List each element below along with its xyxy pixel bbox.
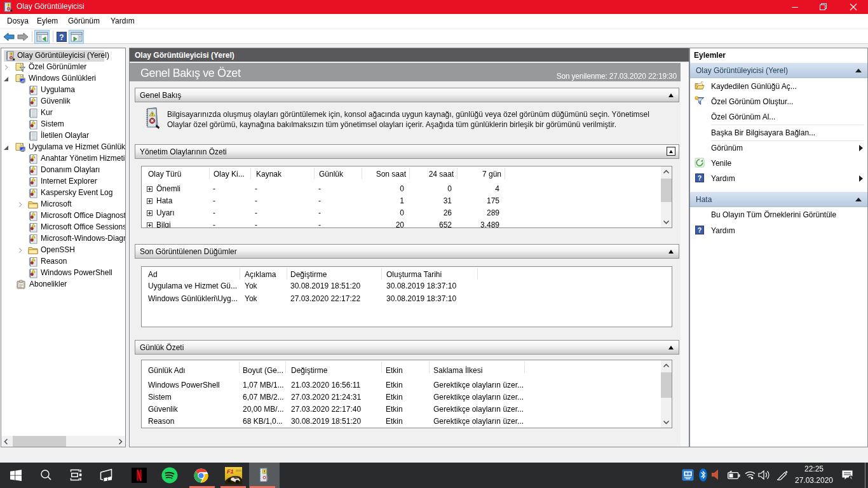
svg-text:?: ? [59,33,64,42]
svg-text:?: ? [698,226,702,234]
svg-text:2015: 2015 [236,469,242,472]
svg-text:?: ? [698,174,702,182]
svg-text:F1: F1 [227,468,234,475]
